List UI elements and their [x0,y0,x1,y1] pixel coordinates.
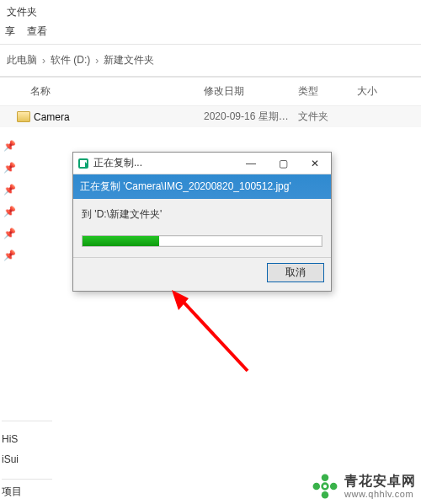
quick-access-pins: 📌 📌 📌 📌 📌 📌 [3,140,16,261]
crumb-folder[interactable]: 新建文件夹 [104,53,154,67]
breadcrumb[interactable]: 此电脑 › 软件 (D:) › 新建文件夹 [0,45,421,77]
watermark: 青花安卓网 www.qhhlv.com [311,472,416,501]
pin-icon: 📌 [3,162,16,174]
row-date: 2020-09-16 星期… [204,110,298,124]
pin-icon: 📌 [3,249,16,261]
row-name: Camera [34,111,204,123]
watermark-logo-icon [311,472,339,501]
statusbar-label: 项目 [2,479,52,499]
toolbar-view[interactable]: 查看 [27,24,47,39]
window-title: 文件夹 [0,0,421,21]
dialog-titlebar[interactable]: 正在复制... — ▢ ✕ [73,153,331,174]
toolbar-share[interactable]: 享 [5,24,15,39]
dialog-heading: 正在复制 'Camera\IMG_20200820_100512.jpg' [73,174,331,199]
progress-fill [83,236,159,246]
svg-point-5 [313,483,321,491]
close-button[interactable]: ✕ [299,153,331,174]
copy-icon [78,158,88,169]
watermark-text: 青花安卓网 [344,474,416,489]
maximize-button[interactable]: ▢ [267,153,299,174]
toolbar: 享 查看 [0,21,421,45]
col-type[interactable]: 类型 [298,84,357,99]
dialog-destination: 到 'D:\新建文件夹' [82,207,322,222]
svg-marker-1 [172,290,189,310]
svg-line-0 [179,297,248,371]
watermark-url: www.qhhlv.com [344,489,416,499]
sidebar-item[interactable]: iSui [2,453,52,465]
sidebar-fragments: HiS iSui [0,417,52,465]
progress-bar [82,235,322,247]
file-listing: 名称 修改日期 类型 大小 Camera 2020-09-16 星期… 文件夹 … [0,77,421,127]
svg-point-3 [330,483,338,491]
dialog-title: 正在复制... [93,156,142,170]
table-row[interactable]: Camera 2020-09-16 星期… 文件夹 [0,106,421,127]
cancel-button[interactable]: 取消 [267,263,324,282]
column-headers: 名称 修改日期 类型 大小 [0,78,421,106]
pin-icon: 📌 [3,184,16,196]
chevron-right-icon: › [95,55,99,67]
pin-icon: 📌 [3,228,16,239]
svg-point-2 [322,475,329,482]
copy-dialog: 正在复制... — ▢ ✕ 正在复制 'Camera\IMG_20200820_… [72,152,332,292]
chevron-right-icon: › [42,55,45,67]
pin-icon: 📌 [3,140,16,152]
crumb-drive[interactable]: 软件 (D:) [51,53,90,67]
col-name[interactable]: 名称 [30,84,204,99]
row-type: 文件夹 [298,110,357,124]
col-size[interactable]: 大小 [357,84,408,99]
minimize-button[interactable]: — [235,153,267,174]
crumb-root[interactable]: 此电脑 [7,53,37,67]
pin-icon: 📌 [3,206,16,217]
folder-icon [17,111,30,122]
annotation-arrow-icon [163,287,256,379]
col-date[interactable]: 修改日期 [204,84,298,99]
sidebar-item[interactable]: HiS [2,433,52,445]
svg-point-4 [322,491,329,499]
